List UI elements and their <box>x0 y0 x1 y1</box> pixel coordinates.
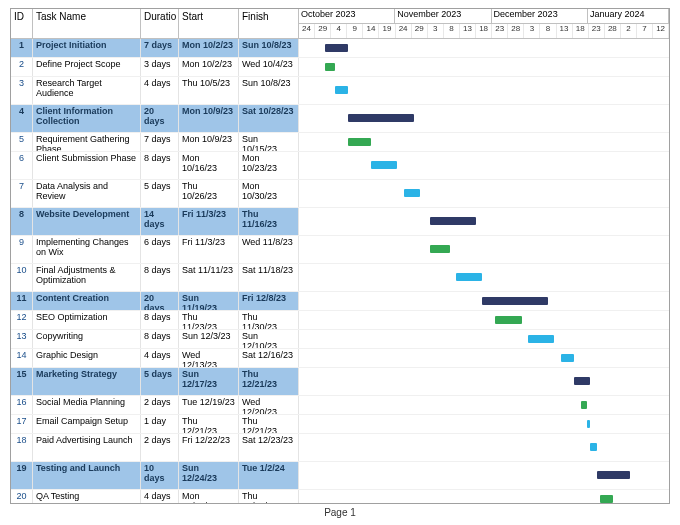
summary-bar[interactable] <box>574 377 590 385</box>
task-bar[interactable] <box>456 273 482 281</box>
timeline-header: October 2023November 2023December 2023Ja… <box>299 9 669 38</box>
day-tick: 29 <box>412 24 428 38</box>
day-tick: 3 <box>524 24 540 38</box>
cell-name: Testing and Launch <box>33 462 141 489</box>
table-row[interactable]: 12SEO Optimization8 daysThu 11/23/23Thu … <box>11 311 669 330</box>
cell-finish: Mon 10/23/23 <box>239 152 299 179</box>
timeline-cell <box>299 58 669 76</box>
table-row[interactable]: 16Social Media Planning2 daysTue 12/19/2… <box>11 396 669 415</box>
cell-name: Marketing Strategy <box>33 368 141 395</box>
table-row[interactable]: 18Paid Advertising Launch2 daysFri 12/22… <box>11 434 669 462</box>
summary-bar[interactable] <box>597 471 630 479</box>
table-row[interactable]: 7Data Analysis and Review5 daysThu 10/26… <box>11 180 669 208</box>
cell-finish: Mon 10/30/23 <box>239 180 299 207</box>
cell-duration: 2 days <box>141 434 179 461</box>
task-bar[interactable] <box>528 335 554 343</box>
task-bar[interactable] <box>495 316 521 324</box>
cell-id: 12 <box>11 311 33 329</box>
cell-duration: 7 days <box>141 39 179 57</box>
table-row[interactable]: 17Email Campaign Setup1 dayThu 12/21/23T… <box>11 415 669 434</box>
cell-name: Final Adjustments & Optimization <box>33 264 141 291</box>
cell-finish: Sun 12/10/23 <box>239 330 299 348</box>
cell-finish: Sat 12/16/23 <box>239 349 299 367</box>
cell-id: 18 <box>11 434 33 461</box>
cell-duration: 4 days <box>141 77 179 104</box>
day-tick: 8 <box>444 24 460 38</box>
table-row[interactable]: 13Copywriting8 daysSun 12/3/23Sun 12/10/… <box>11 330 669 349</box>
timeline-cell <box>299 236 669 263</box>
cell-name: Paid Advertising Launch <box>33 434 141 461</box>
timeline-cell <box>299 311 669 329</box>
task-bar[interactable] <box>561 354 574 362</box>
summary-bar[interactable] <box>482 297 547 305</box>
day-tick: 24 <box>396 24 412 38</box>
table-row[interactable]: 1Project Initiation7 daysMon 10/2/23Sun … <box>11 39 669 58</box>
table-row[interactable]: 20QA Testing4 daysMon 12/25/23Thu 12/28/… <box>11 490 669 503</box>
cell-name: Copywriting <box>33 330 141 348</box>
task-bar[interactable] <box>348 138 371 146</box>
table-row[interactable]: 6Client Submission Phase8 daysMon 10/16/… <box>11 152 669 180</box>
table-row[interactable]: 2Define Project Scope3 daysMon 10/2/23We… <box>11 58 669 77</box>
task-bar[interactable] <box>404 189 420 197</box>
cell-id: 16 <box>11 396 33 414</box>
day-tick: 24 <box>299 24 315 38</box>
cell-duration: 10 days <box>141 462 179 489</box>
table-row[interactable]: 9Implementing Changes on Wix6 daysFri 11… <box>11 236 669 264</box>
cell-name: Data Analysis and Review <box>33 180 141 207</box>
table-row[interactable]: 8Website Development14 daysFri 11/3/23Th… <box>11 208 669 236</box>
cell-duration: 20 days <box>141 292 179 310</box>
col-header-duration: Duratio <box>141 9 179 38</box>
timeline-cell <box>299 264 669 291</box>
summary-bar[interactable] <box>325 44 348 52</box>
cell-start: Thu 10/5/23 <box>179 77 239 104</box>
cell-name: Content Creation <box>33 292 141 310</box>
timeline-cell <box>299 330 669 348</box>
timeline-cell <box>299 349 669 367</box>
task-bar[interactable] <box>325 63 335 71</box>
timeline-cell <box>299 133 669 151</box>
month-header: December 2023 <box>492 9 588 23</box>
task-bar[interactable] <box>335 86 348 94</box>
cell-finish: Fri 12/8/23 <box>239 292 299 310</box>
cell-start: Mon 10/9/23 <box>179 105 239 132</box>
cell-duration: 5 days <box>141 368 179 395</box>
table-row[interactable]: 19Testing and Launch10 daysSun 12/24/23T… <box>11 462 669 490</box>
day-tick: 28 <box>508 24 524 38</box>
table-row[interactable]: 5Requirement Gathering Phase7 daysMon 10… <box>11 133 669 152</box>
table-row[interactable]: 14Graphic Design4 daysWed 12/13/23Sat 12… <box>11 349 669 368</box>
day-tick: 23 <box>589 24 605 38</box>
cell-finish: Thu 12/28/23 <box>239 490 299 503</box>
table-row[interactable]: 11Content Creation20 daysSun 11/19/23Fri… <box>11 292 669 311</box>
cell-duration: 8 days <box>141 152 179 179</box>
cell-start: Fri 11/3/23 <box>179 208 239 235</box>
cell-finish: Sun 10/8/23 <box>239 77 299 104</box>
cell-id: 7 <box>11 180 33 207</box>
cell-start: Sun 11/19/23 <box>179 292 239 310</box>
cell-name: Research Target Audience <box>33 77 141 104</box>
table-row[interactable]: 4Client Information Collection20 daysMon… <box>11 105 669 133</box>
summary-bar[interactable] <box>430 217 476 225</box>
cell-duration: 3 days <box>141 58 179 76</box>
timeline-cell <box>299 77 669 104</box>
day-tick: 28 <box>605 24 621 38</box>
task-bar[interactable] <box>430 245 450 253</box>
cell-name: Website Development <box>33 208 141 235</box>
col-header-id: ID <box>11 9 33 38</box>
task-bar[interactable] <box>600 495 613 503</box>
cell-name: Requirement Gathering Phase <box>33 133 141 151</box>
task-bar[interactable] <box>581 401 588 409</box>
cell-id: 6 <box>11 152 33 179</box>
cell-id: 14 <box>11 349 33 367</box>
table-row[interactable]: 10Final Adjustments & Optimization8 days… <box>11 264 669 292</box>
table-row[interactable]: 3Research Target Audience4 daysThu 10/5/… <box>11 77 669 105</box>
table-row[interactable]: 15Marketing Strategy5 daysSun 12/17/23Th… <box>11 368 669 396</box>
header-row: ID Task Name Duratio Start Finish Octobe… <box>11 9 669 39</box>
summary-bar[interactable] <box>348 114 413 122</box>
task-bar[interactable] <box>590 443 597 451</box>
task-bar[interactable] <box>587 420 590 428</box>
cell-finish: Thu 11/30/23 <box>239 311 299 329</box>
cell-start: Sat 11/11/23 <box>179 264 239 291</box>
timeline-cell <box>299 208 669 235</box>
cell-id: 15 <box>11 368 33 395</box>
task-bar[interactable] <box>371 161 397 169</box>
